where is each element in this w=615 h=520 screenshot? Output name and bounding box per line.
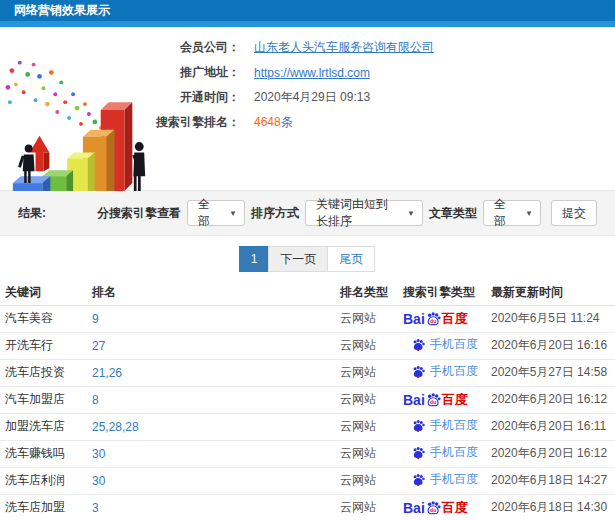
- header-updated: 最新更新时间: [491, 281, 615, 305]
- chevron-down-icon: ▼: [525, 209, 533, 218]
- engine-cell: 手机百度: [403, 413, 491, 440]
- submit-button[interactable]: 提交: [551, 200, 597, 226]
- engine-cell: Baidu百度: [403, 305, 491, 332]
- rank-type-cell: 云网站: [340, 359, 403, 386]
- rank-type-cell: 云网站: [340, 494, 403, 520]
- table-row: 加盟洗车店25,28,28云网站手机百度2020年6月20日 16:11: [0, 413, 615, 440]
- rank-cell[interactable]: 9: [92, 305, 340, 332]
- page-item-1[interactable]: 1: [239, 246, 270, 272]
- rank-type-cell: 云网站: [340, 413, 403, 440]
- results-table: 关键词 排名 排名类型 搜索引擎类型 最新更新时间 汽车美容9云网站Baidu百…: [0, 281, 615, 520]
- open-time-value: 2020年4月29日 09:13: [254, 89, 370, 106]
- page-item-尾页[interactable]: 尾页: [327, 246, 375, 272]
- table-row: 汽车美容9云网站Baidu百度2020年6月5日 11:24: [0, 305, 615, 332]
- article-type-value: 全部: [494, 196, 517, 230]
- engine-cell: 手机百度: [403, 440, 491, 467]
- company-name-link[interactable]: 山东老人头汽车服务咨询有限公司: [254, 39, 434, 56]
- engine-filter-label: 分搜索引擎查看: [97, 205, 181, 222]
- rank-cell[interactable]: 21,26: [92, 359, 340, 386]
- chevron-down-icon: ▼: [407, 209, 415, 218]
- keyword-cell: 开洗车行: [0, 332, 92, 359]
- mobile-baidu-paw-icon: [411, 445, 426, 460]
- rank-type-cell: 云网站: [340, 467, 403, 494]
- page-item-下一页[interactable]: 下一页: [268, 246, 328, 272]
- baidu-paw-icon: du: [425, 391, 442, 408]
- updated-time-cell: 2020年6月20日 16:11: [491, 413, 615, 440]
- baidu-logo: Baidu百度: [403, 499, 468, 517]
- keyword-cell: 洗车店加盟: [0, 494, 92, 520]
- baidu-logo: Baidu百度: [403, 391, 468, 409]
- table-row: 汽车加盟店8云网站Baidu百度2020年6月20日 16:12: [0, 386, 615, 413]
- keyword-cell: 洗车店投资: [0, 359, 92, 386]
- article-type-select[interactable]: 全部 ▼: [483, 200, 541, 226]
- header-rank: 排名: [92, 281, 340, 305]
- engine-cell: 手机百度: [403, 332, 491, 359]
- rank-type-cell: 云网站: [340, 305, 403, 332]
- updated-time-cell: 2020年5月27日 14:58: [491, 359, 615, 386]
- filter-controls: 分搜索引擎查看 全部 ▼ 排序方式 关键词由短到长排序 ▼ 文章类型 全部 ▼ …: [97, 200, 597, 226]
- promo-url-label: 推广地址：: [148, 64, 240, 81]
- updated-time-cell: 2020年6月20日 16:16: [491, 332, 615, 359]
- header-engine-type: 搜索引擎类型: [403, 281, 491, 305]
- header-keyword: 关键词: [0, 281, 92, 305]
- businessman-right-figure: [132, 142, 145, 191]
- confetti-dots: [6, 61, 103, 130]
- engine-cell: 手机百度: [403, 467, 491, 494]
- account-info-section: 会员公司： 山东老人头汽车服务咨询有限公司 推广地址： https://www.…: [0, 27, 615, 190]
- account-info-list: 会员公司： 山东老人头汽车服务咨询有限公司 推广地址： https://www.…: [148, 35, 434, 135]
- pagination-area: 1下一页尾页: [0, 236, 615, 281]
- rank-cell[interactable]: 30: [92, 440, 340, 467]
- updated-time-cell: 2020年6月18日 14:30: [491, 494, 615, 520]
- rank-type-cell: 云网站: [340, 440, 403, 467]
- updated-time-cell: 2020年6月20日 16:12: [491, 440, 615, 467]
- sort-value: 关键词由短到长排序: [316, 196, 399, 230]
- baidu-paw-icon: du: [425, 310, 442, 327]
- updated-time-cell: 2020年6月20日 16:12: [491, 386, 615, 413]
- engine-cell: Baidu百度: [403, 494, 491, 520]
- promo-url-link[interactable]: https://www.lrtlsd.com: [254, 66, 370, 80]
- sort-select[interactable]: 关键词由短到长排序 ▼: [305, 200, 423, 226]
- mobile-baidu-paw-icon: [411, 337, 426, 352]
- mobile-baidu-logo: 手机百度: [403, 363, 478, 380]
- rank-count-number: 4648: [254, 115, 281, 129]
- table-header-row: 关键词 排名 排名类型 搜索引擎类型 最新更新时间: [0, 281, 615, 305]
- svg-text:du: du: [430, 319, 436, 324]
- rank-count-label: 搜索引擎排名：: [148, 114, 240, 131]
- chevron-down-icon: ▼: [229, 209, 237, 218]
- results-table-body: 汽车美容9云网站Baidu百度2020年6月5日 11:24开洗车行27云网站手…: [0, 305, 615, 520]
- updated-time-cell: 2020年6月18日 14:27: [491, 467, 615, 494]
- mobile-baidu-logo: 手机百度: [403, 417, 478, 434]
- rank-cell[interactable]: 3: [92, 494, 340, 520]
- info-row-rank-count: 搜索引擎排名： 4648条: [148, 110, 434, 135]
- rank-cell[interactable]: 27: [92, 332, 340, 359]
- article-type-label: 文章类型: [429, 205, 477, 222]
- mobile-baidu-paw-icon: [411, 418, 426, 433]
- table-row: 开洗车行27云网站手机百度2020年6月20日 16:16: [0, 332, 615, 359]
- mobile-baidu-logo: 手机百度: [403, 444, 478, 461]
- header-rank-type: 排名类型: [340, 281, 403, 305]
- svg-text:du: du: [430, 400, 436, 405]
- rank-count-value: 4648条: [254, 114, 293, 131]
- engine-cell: 手机百度: [403, 359, 491, 386]
- svg-text:du: du: [430, 508, 436, 513]
- rank-type-cell: 云网站: [340, 332, 403, 359]
- baidu-paw-icon: du: [425, 499, 442, 516]
- baidu-logo: Baidu百度: [403, 310, 468, 328]
- updated-time-cell: 2020年6月5日 11:24: [491, 305, 615, 332]
- engine-filter-select[interactable]: 全部 ▼: [187, 200, 245, 226]
- table-row: 洗车店利润30云网站手机百度2020年6月18日 14:27: [0, 467, 615, 494]
- info-row-url: 推广地址： https://www.lrtlsd.com: [148, 60, 434, 85]
- table-row: 洗车店投资21,26云网站手机百度2020年5月27日 14:58: [0, 359, 615, 386]
- mobile-baidu-paw-icon: [411, 364, 426, 379]
- keyword-cell: 加盟洗车店: [0, 413, 92, 440]
- rank-cell[interactable]: 8: [92, 386, 340, 413]
- rank-cell[interactable]: 25,28,28: [92, 413, 340, 440]
- bar-blue: [13, 176, 51, 191]
- engine-cell: Baidu百度: [403, 386, 491, 413]
- mobile-baidu-logo: 手机百度: [403, 471, 478, 488]
- keyword-cell: 汽车加盟店: [0, 386, 92, 413]
- keyword-cell: 洗车赚钱吗: [0, 440, 92, 467]
- rank-count-unit: 条: [281, 115, 293, 129]
- rank-cell[interactable]: 30: [92, 467, 340, 494]
- mobile-baidu-paw-icon: [411, 472, 426, 487]
